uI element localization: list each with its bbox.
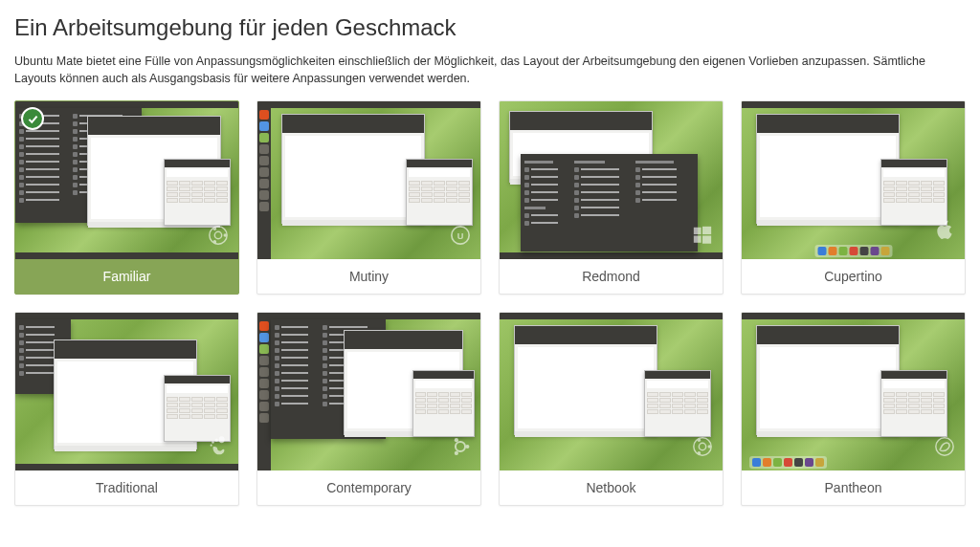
svg-rect-9 [694,236,702,243]
layout-card-cupertino[interactable]: Cupertino [741,100,966,295]
layout-grid: Familiar U Mutiny [14,100,966,506]
layout-thumb: U [257,101,480,259]
svg-point-17 [455,438,458,442]
layout-thumb [500,101,723,259]
svg-point-21 [708,445,712,449]
apple-logo-icon [934,219,955,244]
elementary-logo-icon [934,436,955,461]
layout-card-familiar[interactable]: Familiar [14,100,239,295]
svg-rect-7 [694,228,702,234]
svg-point-18 [455,451,458,455]
svg-point-22 [698,439,702,443]
ubuntu-mate-logo-icon [208,225,229,250]
layout-label: Pantheon [742,470,965,505]
layout-thumb [15,101,238,259]
svg-text:U: U [457,231,464,241]
ubuntu-logo-icon [450,436,471,461]
svg-rect-8 [702,227,711,234]
svg-point-24 [936,438,953,455]
layout-label: Familiar [15,259,238,294]
svg-point-4 [213,240,217,244]
layout-card-netbook[interactable]: Netbook [499,312,724,506]
layout-thumb [742,313,965,470]
gnome-logo-icon [208,436,229,461]
layout-card-mutiny[interactable]: U Mutiny [256,100,481,295]
svg-point-20 [699,444,705,450]
layout-label: Redmond [500,259,723,294]
svg-point-2 [224,233,228,237]
layout-card-contemporary[interactable]: Contemporary [256,312,481,506]
intro-text: Ubuntu Mate bietet eine Fülle von Anpass… [14,53,966,87]
layout-label: Traditional [15,470,238,505]
svg-point-13 [212,441,214,444]
layout-label: Contemporary [257,470,480,505]
layout-label: Cupertino [742,259,965,294]
svg-point-1 [214,232,221,239]
windows-logo-icon [692,225,713,250]
svg-rect-10 [702,236,711,244]
svg-point-16 [465,445,469,449]
svg-point-14 [211,445,212,447]
layout-card-redmond[interactable]: Redmond [499,100,724,295]
svg-point-15 [456,442,465,451]
svg-point-23 [698,451,702,455]
layout-thumb [257,313,480,470]
unity-logo-icon: U [450,225,471,250]
layout-card-traditional[interactable]: Traditional [14,312,239,506]
layout-thumb [15,313,238,470]
layout-label: Mutiny [257,259,480,294]
ubuntu-mate-logo-icon [692,436,713,461]
layout-thumb [742,101,965,259]
layout-card-pantheon[interactable]: Pantheon [741,312,966,506]
layout-thumb [500,313,723,470]
svg-point-12 [215,439,218,442]
layout-label: Netbook [500,470,723,505]
svg-point-11 [219,436,225,443]
svg-point-3 [213,228,217,231]
page-title: Ein Arbeitsumgebung für jeden Geschmack [14,14,966,41]
